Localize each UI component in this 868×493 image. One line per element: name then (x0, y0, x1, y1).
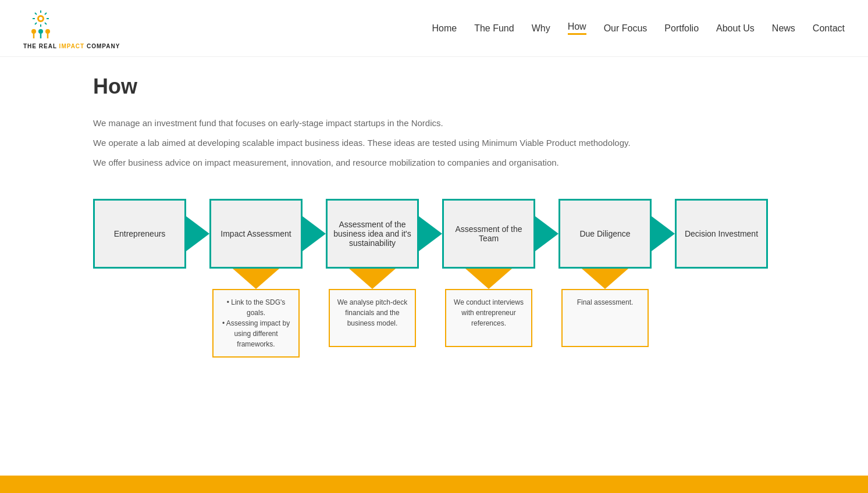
desc-business-idea: We analyse pitch-deck financials and the… (326, 269, 419, 347)
page-title: How (93, 74, 775, 99)
step-business-idea: Assessment of the business idea and it's… (326, 199, 442, 269)
arrow-after-due (652, 216, 675, 251)
process-diagram: Entrepreneurs Impact Assessment Assessme… (93, 199, 775, 358)
svg-point-1 (39, 17, 42, 20)
down-arrow-team (465, 269, 512, 289)
logo-text: THE REAL IMPACT COMPANY (23, 43, 120, 49)
logo-icon (23, 7, 58, 42)
svg-point-14 (45, 29, 50, 34)
svg-line-9 (45, 23, 47, 24)
arrow-after-business (419, 216, 442, 251)
nav-why[interactable]: Why (532, 23, 550, 34)
step-decision-investment: Decision Investment (675, 199, 768, 269)
intro-text-1: We manage an investment fund that focuse… (93, 116, 733, 130)
step-box-decision-investment: Decision Investment (675, 199, 768, 269)
desc-impact-assessment: • Link to the SDG's goals.• Assessing im… (209, 269, 303, 358)
header: THE REAL IMPACT COMPANY Home The Fund Wh… (0, 0, 868, 57)
nav-home[interactable]: Home (432, 23, 457, 34)
step-entrepreneurs: Entrepreneurs (93, 199, 209, 269)
nav-news[interactable]: News (772, 23, 795, 34)
svg-point-10 (31, 29, 36, 34)
nav-contact[interactable]: Contact (813, 23, 845, 34)
step-box-business-idea: Assessment of the business idea and it's… (326, 199, 419, 269)
svg-point-12 (38, 29, 43, 34)
down-arrow-business (349, 269, 396, 289)
step-box-entrepreneurs: Entrepreneurs (93, 199, 186, 269)
desc-due-diligence: Final assessment. (558, 269, 652, 347)
step-team-assessment: Assessment of the Team (442, 199, 558, 269)
process-bottom-row: • Link to the SDG's goals.• Assessing im… (93, 269, 775, 358)
nav-aboutus[interactable]: About Us (716, 23, 755, 34)
svg-line-8 (35, 23, 37, 24)
main-content: How We manage an investment fund that fo… (0, 57, 868, 392)
svg-line-7 (45, 13, 47, 15)
main-nav: Home The Fund Why How Our Focus Portfoli… (432, 22, 845, 35)
arrow-after-team (535, 216, 558, 251)
logo: THE REAL IMPACT COMPANY (23, 7, 120, 49)
step-box-due-diligence: Due Diligence (558, 199, 652, 269)
down-arrow-impact (233, 269, 279, 289)
desc-box-team: We conduct interviews with entrepreneur … (445, 289, 532, 347)
step-impact-assessment: Impact Assessment (209, 199, 326, 269)
nav-portfolio[interactable]: Portfolio (664, 23, 699, 34)
step-box-impact-assessment: Impact Assessment (209, 199, 303, 269)
nav-how[interactable]: How (568, 22, 586, 35)
process-top-row: Entrepreneurs Impact Assessment Assessme… (93, 199, 775, 269)
intro-text-3: We offer business advice on impact measu… (93, 156, 733, 170)
desc-box-impact: • Link to the SDG's goals.• Assessing im… (212, 289, 300, 358)
arrow-after-entrepreneurs (186, 216, 209, 251)
nav-ourfocus[interactable]: Our Focus (604, 23, 648, 34)
svg-line-6 (35, 13, 37, 15)
step-box-team-assessment: Assessment of the Team (442, 199, 535, 269)
arrow-after-impact (303, 216, 326, 251)
desc-team-assessment: We conduct interviews with entrepreneur … (442, 269, 535, 347)
step-due-diligence: Due Diligence (558, 199, 675, 269)
desc-box-due: Final assessment. (561, 289, 649, 347)
intro-text-2: We operate a lab aimed at developing sca… (93, 136, 733, 150)
desc-box-business: We analyse pitch-deck financials and the… (329, 289, 416, 347)
nav-fund[interactable]: The Fund (474, 23, 514, 34)
down-arrow-due (582, 269, 628, 289)
